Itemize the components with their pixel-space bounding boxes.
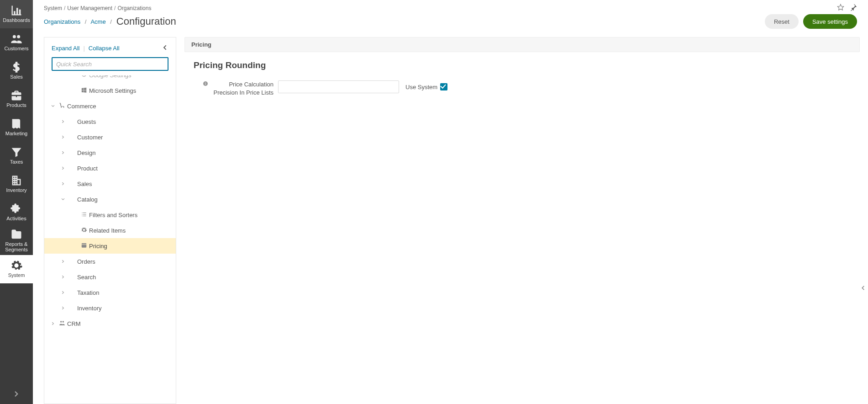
tree-item[interactable]: Catalog	[44, 191, 176, 207]
chevron-right-icon[interactable]	[59, 258, 67, 265]
nav-item-taxes[interactable]: Taxes	[0, 142, 33, 170]
tree-item[interactable]: CRM	[44, 316, 176, 331]
tree-label: CRM	[67, 320, 172, 327]
use-system-checkbox[interactable]	[440, 83, 447, 90]
tree-item[interactable]: Search	[44, 269, 176, 285]
tree-item[interactable]: Inventory	[44, 300, 176, 316]
nav-label: Taxes	[10, 159, 23, 165]
tree-item[interactable]: Customer	[44, 129, 176, 145]
breadcrumb-part[interactable]: User Management	[67, 5, 112, 11]
bar-icon	[10, 5, 23, 16]
chevron-down-icon[interactable]	[59, 196, 67, 203]
expand-all-link[interactable]: Expand All	[52, 45, 79, 52]
save-settings-button[interactable]: Save settings	[803, 14, 857, 29]
building-icon	[10, 175, 23, 186]
tree-label: Filters and Sorters	[89, 212, 172, 218]
windows-icon	[79, 87, 89, 95]
tree-label: Inventory	[77, 305, 172, 312]
svg-rect-1	[205, 83, 206, 85]
tree-item[interactable]: Orders	[44, 254, 176, 269]
use-system-label[interactable]: Use System	[405, 83, 447, 90]
tree-item[interactable]: Microsoft Settings	[44, 83, 176, 98]
nav-item-marketing[interactable]: Marketing	[0, 113, 33, 142]
field-label: Price Calculation Precision In Price Lis…	[203, 80, 278, 96]
star-icon[interactable]	[837, 4, 844, 12]
dollar-icon	[10, 62, 23, 72]
tree-item[interactable]: Commerce	[44, 98, 176, 114]
info-icon[interactable]	[203, 80, 208, 96]
chevron-down-icon[interactable]	[49, 103, 57, 110]
tree-item[interactable]: Design	[44, 145, 176, 160]
nav-label: Products	[6, 102, 26, 108]
breadcrumb: System/User Management/Organizations	[44, 5, 151, 11]
nav-item-dashboards[interactable]: Dashboards	[0, 0, 33, 28]
tree-label: Search	[77, 274, 172, 281]
config-tree[interactable]: Google SettingsMicrosoft SettingsCommerc…	[44, 75, 176, 404]
crm-icon	[57, 320, 67, 328]
page-title: Configuration	[116, 16, 176, 27]
quick-search-input[interactable]	[52, 57, 168, 71]
nav-label: Activities	[6, 216, 26, 221]
list-icon	[79, 211, 89, 219]
pin-icon[interactable]	[850, 4, 857, 12]
nav-label: Dashboards	[3, 17, 30, 23]
tree-label: Design	[77, 149, 172, 156]
main-nav: DashboardsCustomersSalesProductsMarketin…	[0, 0, 33, 404]
nav-item-system[interactable]: System	[0, 255, 33, 283]
sidebar-collapse-icon[interactable]	[0, 384, 33, 404]
crumb-acme[interactable]: Acme	[90, 18, 105, 25]
nav-item-products[interactable]: Products	[0, 85, 33, 113]
tree-label: Google Settings	[89, 75, 172, 79]
chevron-right-icon[interactable]	[59, 118, 67, 125]
nav-item-customers[interactable]: Customers	[0, 28, 33, 57]
gear-icon	[10, 260, 23, 271]
nav-label: Sales	[10, 74, 23, 80]
nav-item-activities[interactable]: Activities	[0, 198, 33, 227]
briefcase-icon	[10, 90, 23, 101]
back-arrow-icon[interactable]	[161, 44, 168, 53]
nav-label: Reports & Segments	[0, 241, 33, 252]
tree-item[interactable]: Pricing	[44, 238, 176, 254]
section-title: Pricing Rounding	[194, 60, 860, 70]
main-panel: Pricing Pricing Rounding Price Calculati…	[176, 37, 868, 404]
svg-rect-2	[205, 82, 206, 83]
tree-item[interactable]: Taxation	[44, 285, 176, 300]
book-icon	[10, 119, 23, 129]
chevron-left-icon[interactable]	[858, 283, 868, 294]
tree-item[interactable]: Related Items	[44, 223, 176, 238]
tree-item[interactable]: Google Settings	[44, 75, 176, 83]
reset-button[interactable]: Reset	[765, 14, 799, 29]
nav-item-inventory[interactable]: Inventory	[0, 170, 33, 198]
price-calculation-precision-input[interactable]	[278, 80, 399, 93]
tree-label: Related Items	[89, 227, 172, 234]
chevron-right-icon[interactable]	[59, 165, 67, 172]
tree-label: Guests	[77, 118, 172, 125]
tree-label: Product	[77, 165, 172, 172]
breadcrumb-part[interactable]: System	[44, 5, 62, 11]
chevron-right-icon[interactable]	[59, 134, 67, 141]
tree-item[interactable]: Guests	[44, 114, 176, 129]
tree-label: Commerce	[67, 103, 172, 110]
nav-label: Inventory	[6, 187, 26, 193]
tree-label: Microsoft Settings	[89, 87, 172, 94]
title-breadcrumbs: Organizations / Acme /	[44, 18, 115, 25]
tree-item[interactable]: Filters and Sorters	[44, 207, 176, 223]
nav-item-reports[interactable]: Reports & Segments	[0, 227, 33, 255]
panel-header: Pricing	[184, 37, 860, 52]
nav-item-sales[interactable]: Sales	[0, 57, 33, 85]
chevron-right-icon[interactable]	[59, 305, 67, 312]
chevron-right-icon[interactable]	[59, 274, 67, 281]
tree-item[interactable]: Sales	[44, 176, 176, 191]
chevron-right-icon[interactable]	[59, 149, 67, 156]
chevron-right-icon[interactable]	[59, 181, 67, 187]
collapse-all-link[interactable]: Collapse All	[89, 45, 120, 52]
tree-item[interactable]: Product	[44, 160, 176, 176]
chevron-right-icon[interactable]	[59, 289, 67, 296]
breadcrumb-part[interactable]: Organizations	[117, 5, 151, 11]
chevron-right-icon[interactable]	[49, 320, 57, 327]
tree-label: Taxation	[77, 289, 172, 296]
nav-label: Marketing	[5, 131, 27, 136]
funnel-icon	[10, 147, 23, 157]
price-precision-row: Price Calculation Precision In Price Lis…	[203, 80, 860, 96]
crumb-organizations[interactable]: Organizations	[44, 18, 80, 25]
